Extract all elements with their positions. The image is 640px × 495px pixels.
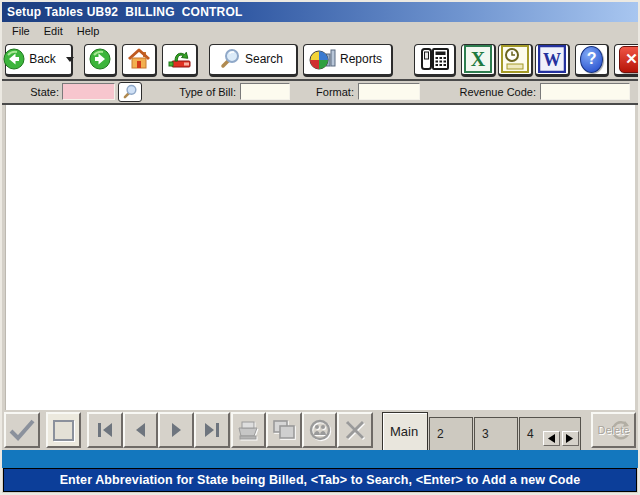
schedule-clock-icon bbox=[501, 45, 529, 73]
clear-x-icon bbox=[343, 419, 367, 441]
search-button[interactable]: Search bbox=[209, 44, 298, 77]
tab-3[interactable]: 3 bbox=[474, 417, 518, 450]
tab-scroller bbox=[541, 431, 579, 446]
tab-next-button[interactable] bbox=[562, 431, 579, 446]
status-message: Enter Abbreviation for State being Bille… bbox=[60, 473, 581, 487]
svg-text:W: W bbox=[543, 50, 561, 70]
exit-icon bbox=[167, 48, 193, 70]
delete-button: Delete bbox=[591, 412, 636, 448]
excel-button[interactable]: X bbox=[461, 44, 496, 77]
first-record-icon bbox=[95, 420, 115, 440]
home-icon bbox=[127, 48, 151, 70]
tab-2[interactable]: 2 bbox=[429, 417, 473, 450]
search-icon bbox=[219, 48, 241, 70]
menu-edit[interactable]: Edit bbox=[37, 24, 70, 38]
help-icon: ? bbox=[580, 46, 603, 73]
globe-users-icon bbox=[308, 419, 332, 441]
forward-icon bbox=[89, 48, 111, 70]
reports-icon bbox=[309, 47, 336, 71]
calculator-icon bbox=[419, 46, 451, 72]
home-button[interactable] bbox=[122, 44, 157, 77]
last-record-button[interactable] bbox=[194, 412, 230, 448]
cancel-button[interactable] bbox=[46, 412, 82, 448]
type-of-bill-label: Type of Bill: bbox=[172, 86, 236, 98]
menubar: File Edit Help bbox=[2, 22, 638, 40]
menu-help[interactable]: Help bbox=[70, 24, 107, 38]
titlebar[interactable]: Setup Tables UB92 BILLING CONTROL bbox=[2, 2, 638, 22]
reports-label: Reports bbox=[340, 52, 382, 66]
prev-record-icon bbox=[131, 420, 151, 440]
state-label: State: bbox=[22, 86, 59, 98]
last-record-icon bbox=[202, 420, 222, 440]
clear-button bbox=[337, 412, 373, 448]
post-button[interactable] bbox=[4, 412, 40, 448]
app-window: Setup Tables UB92 BILLING CONTROL File E… bbox=[0, 0, 640, 495]
close-icon: ✕ bbox=[619, 46, 640, 73]
reports-button[interactable]: Reports bbox=[303, 44, 393, 77]
search-label: Search bbox=[245, 52, 283, 66]
copy-windows-icon bbox=[271, 419, 297, 441]
next-record-icon bbox=[166, 420, 186, 440]
cancel-square-icon bbox=[53, 420, 74, 441]
content-area bbox=[5, 105, 635, 410]
status-strip bbox=[2, 450, 638, 468]
toolbar: Back Search bbox=[2, 40, 638, 81]
state-input[interactable] bbox=[62, 83, 115, 100]
delete-label: Delete bbox=[598, 424, 630, 436]
state-search-button[interactable] bbox=[118, 82, 142, 102]
type-of-bill-input[interactable] bbox=[240, 83, 290, 100]
print-icon bbox=[235, 419, 261, 441]
format-label: Format: bbox=[304, 86, 354, 98]
revenue-code-label: Revenue Code: bbox=[454, 86, 536, 98]
chevron-down-icon[interactable] bbox=[66, 57, 74, 62]
status-bar: Enter Abbreviation for State being Bille… bbox=[3, 468, 637, 492]
excel-icon: X bbox=[464, 45, 492, 73]
checkmark-icon bbox=[7, 418, 37, 442]
word-button[interactable]: W bbox=[535, 44, 570, 77]
calculator-button[interactable] bbox=[414, 44, 456, 77]
schedule-button[interactable] bbox=[498, 44, 533, 77]
close-button[interactable]: ✕ bbox=[614, 44, 640, 77]
tab-strip: Main 2 3 4 bbox=[382, 410, 582, 450]
back-button[interactable]: Back bbox=[5, 44, 73, 77]
prev-record-button[interactable] bbox=[123, 412, 159, 448]
first-record-button[interactable] bbox=[87, 412, 123, 448]
copy-button bbox=[266, 412, 302, 448]
search-icon bbox=[122, 84, 138, 100]
revenue-code-input[interactable] bbox=[540, 83, 630, 100]
tab-prev-icon bbox=[547, 434, 555, 443]
svg-text:X: X bbox=[471, 48, 486, 70]
record-toolbar: Main 2 3 4 Delete bbox=[2, 410, 638, 450]
word-icon: W bbox=[538, 45, 566, 73]
print-button bbox=[231, 412, 267, 448]
tab-next-icon bbox=[566, 434, 574, 443]
tab-main[interactable]: Main bbox=[382, 412, 428, 450]
menu-file[interactable]: File bbox=[5, 24, 37, 38]
exit-button[interactable] bbox=[162, 44, 198, 77]
format-input[interactable] bbox=[358, 83, 420, 100]
back-label: Back bbox=[29, 52, 56, 66]
back-icon bbox=[3, 48, 25, 70]
filter-bar: State: Type of Bill: Format: Revenue Cod… bbox=[2, 81, 638, 105]
next-record-button[interactable] bbox=[158, 412, 194, 448]
tab-prev-button[interactable] bbox=[543, 431, 560, 446]
window-title: Setup Tables UB92 BILLING CONTROL bbox=[7, 5, 242, 19]
globe-users-button bbox=[302, 412, 338, 448]
forward-button[interactable] bbox=[84, 44, 117, 77]
help-button[interactable]: ? bbox=[575, 44, 609, 77]
